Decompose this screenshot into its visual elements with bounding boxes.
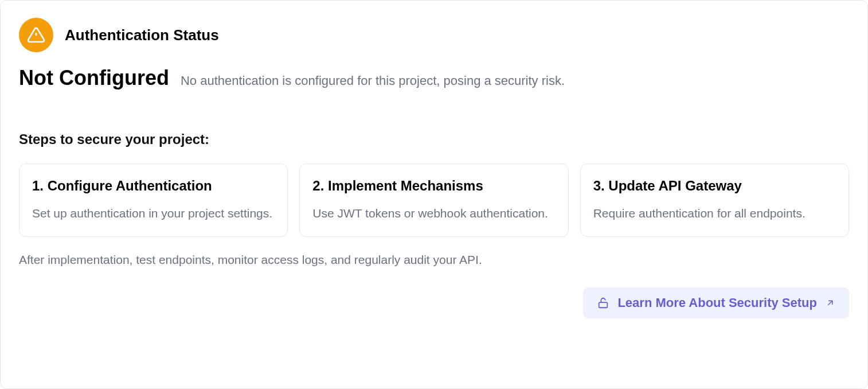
auth-status-card: Authentication Status Not Configured No … [0, 0, 868, 389]
step-description: Use JWT tokens or webhook authentication… [312, 204, 555, 223]
status-label: Not Configured [19, 66, 169, 90]
svg-rect-2 [599, 302, 608, 308]
status-row: Not Configured No authentication is conf… [19, 66, 849, 90]
arrow-up-right-icon [825, 298, 835, 308]
card-header: Authentication Status [19, 18, 849, 52]
step-title: 1. Configure Authentication [32, 178, 275, 194]
alert-triangle-icon [27, 26, 45, 44]
steps-grid: 1. Configure Authentication Set up authe… [19, 164, 849, 237]
step-title: 2. Implement Mechanisms [312, 178, 555, 194]
learn-more-label: Learn More About Security Setup [617, 295, 817, 310]
status-description: No authentication is configured for this… [181, 73, 565, 88]
lock-icon [597, 297, 609, 309]
learn-more-button[interactable]: Learn More About Security Setup [583, 287, 849, 318]
step-card: 3. Update API Gateway Require authentica… [580, 164, 849, 237]
alert-icon-container [19, 18, 53, 52]
step-description: Require authentication for all endpoints… [593, 204, 836, 223]
action-row: Learn More About Security Setup [19, 287, 849, 318]
step-description: Set up authentication in your project se… [32, 204, 275, 223]
footer-text: After implementation, test endpoints, mo… [19, 253, 849, 267]
step-card: 2. Implement Mechanisms Use JWT tokens o… [299, 164, 568, 237]
svg-line-3 [828, 301, 832, 305]
step-card: 1. Configure Authentication Set up authe… [19, 164, 288, 237]
step-title: 3. Update API Gateway [593, 178, 836, 194]
card-title: Authentication Status [65, 26, 219, 44]
steps-title: Steps to secure your project: [19, 131, 849, 147]
